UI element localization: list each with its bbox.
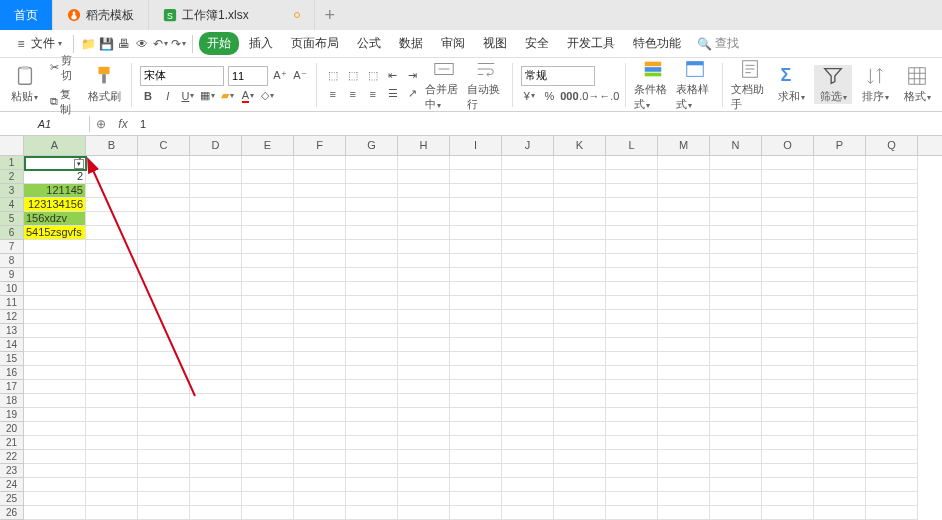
cell-L4[interactable] xyxy=(606,198,658,212)
tab-workbook[interactable]: S 工作簿1.xlsx xyxy=(149,0,315,30)
cell-D23[interactable] xyxy=(190,464,242,478)
cell-Q19[interactable] xyxy=(866,408,918,422)
cell-L9[interactable] xyxy=(606,268,658,282)
cell-D5[interactable] xyxy=(190,212,242,226)
cell-M12[interactable] xyxy=(658,310,710,324)
cell-J4[interactable] xyxy=(502,198,554,212)
cell-K7[interactable] xyxy=(554,240,606,254)
cell-L24[interactable] xyxy=(606,478,658,492)
cell-B21[interactable] xyxy=(86,436,138,450)
cell-G1[interactable] xyxy=(346,156,398,170)
cell-J26[interactable] xyxy=(502,506,554,520)
cell-L7[interactable] xyxy=(606,240,658,254)
cell-D12[interactable] xyxy=(190,310,242,324)
cell-P16[interactable] xyxy=(814,366,866,380)
cell-H11[interactable] xyxy=(398,296,450,310)
cell-A8[interactable] xyxy=(24,254,86,268)
cell-Q8[interactable] xyxy=(866,254,918,268)
cell-A15[interactable] xyxy=(24,352,86,366)
tab-template[interactable]: 稻壳模板 xyxy=(53,0,149,30)
cell-F20[interactable] xyxy=(294,422,346,436)
cell-Q21[interactable] xyxy=(866,436,918,450)
cell-F15[interactable] xyxy=(294,352,346,366)
menu-page-layout[interactable]: 页面布局 xyxy=(283,32,347,55)
cell-M21[interactable] xyxy=(658,436,710,450)
cell-I17[interactable] xyxy=(450,380,502,394)
cell-D14[interactable] xyxy=(190,338,242,352)
cell-Q25[interactable] xyxy=(866,492,918,506)
cell-J21[interactable] xyxy=(502,436,554,450)
cell-I7[interactable] xyxy=(450,240,502,254)
cell-L13[interactable] xyxy=(606,324,658,338)
sum-button[interactable]: Σ 求和▾ xyxy=(773,65,811,104)
cell-P20[interactable] xyxy=(814,422,866,436)
undo-icon[interactable]: ↶▾ xyxy=(152,36,168,52)
cell-C13[interactable] xyxy=(138,324,190,338)
cell-M18[interactable] xyxy=(658,394,710,408)
cell-M6[interactable] xyxy=(658,226,710,240)
cell-M3[interactable] xyxy=(658,184,710,198)
cell-E11[interactable] xyxy=(242,296,294,310)
col-header-E[interactable]: E xyxy=(242,136,294,155)
cell-J5[interactable] xyxy=(502,212,554,226)
cell-Q12[interactable] xyxy=(866,310,918,324)
col-header-H[interactable]: H xyxy=(398,136,450,155)
row-header-6[interactable]: 6 xyxy=(0,226,23,240)
cell-J24[interactable] xyxy=(502,478,554,492)
cell-N26[interactable] xyxy=(710,506,762,520)
cell-E21[interactable] xyxy=(242,436,294,450)
fill-color-icon[interactable]: ▰▾ xyxy=(220,88,236,104)
row-header-24[interactable]: 24 xyxy=(0,478,23,492)
col-header-J[interactable]: J xyxy=(502,136,554,155)
orientation-icon[interactable]: ↗ xyxy=(405,86,421,102)
cell-O24[interactable] xyxy=(762,478,814,492)
formula-input[interactable]: 1 xyxy=(134,118,152,130)
fx-button[interactable]: fx xyxy=(112,117,134,131)
cell-K23[interactable] xyxy=(554,464,606,478)
cell-J17[interactable] xyxy=(502,380,554,394)
col-header-M[interactable]: M xyxy=(658,136,710,155)
percent-icon[interactable]: % xyxy=(541,88,557,104)
cell-A5[interactable]: 156xdzv xyxy=(24,212,86,226)
cell-F21[interactable] xyxy=(294,436,346,450)
cell-O17[interactable] xyxy=(762,380,814,394)
cell-M16[interactable] xyxy=(658,366,710,380)
cell-E25[interactable] xyxy=(242,492,294,506)
cell-F25[interactable] xyxy=(294,492,346,506)
row-header-15[interactable]: 15 xyxy=(0,352,23,366)
cell-M24[interactable] xyxy=(658,478,710,492)
cell-M19[interactable] xyxy=(658,408,710,422)
cell-J3[interactable] xyxy=(502,184,554,198)
row-header-4[interactable]: 4 xyxy=(0,198,23,212)
cell-O15[interactable] xyxy=(762,352,814,366)
cell-O11[interactable] xyxy=(762,296,814,310)
cell-L15[interactable] xyxy=(606,352,658,366)
name-box[interactable]: A1 xyxy=(0,116,90,132)
cell-A1[interactable]: 1 xyxy=(24,156,86,170)
cell-A4[interactable]: 123134156 xyxy=(24,198,86,212)
cell-Q5[interactable] xyxy=(866,212,918,226)
cell-H22[interactable] xyxy=(398,450,450,464)
cell-O2[interactable] xyxy=(762,170,814,184)
cell-Q9[interactable] xyxy=(866,268,918,282)
cell-I15[interactable] xyxy=(450,352,502,366)
cell-A24[interactable] xyxy=(24,478,86,492)
cell-F24[interactable] xyxy=(294,478,346,492)
cell-F17[interactable] xyxy=(294,380,346,394)
cell-O10[interactable] xyxy=(762,282,814,296)
cell-E23[interactable] xyxy=(242,464,294,478)
cell-K10[interactable] xyxy=(554,282,606,296)
filter-button[interactable]: 筛选▾ xyxy=(814,65,852,104)
cell-G24[interactable] xyxy=(346,478,398,492)
cell-A7[interactable] xyxy=(24,240,86,254)
cell-J23[interactable] xyxy=(502,464,554,478)
cell-H13[interactable] xyxy=(398,324,450,338)
cell-O19[interactable] xyxy=(762,408,814,422)
merge-center-button[interactable]: 合并居中▾ xyxy=(425,58,463,112)
cell-B22[interactable] xyxy=(86,450,138,464)
cell-F18[interactable] xyxy=(294,394,346,408)
cell-E9[interactable] xyxy=(242,268,294,282)
cell-N1[interactable] xyxy=(710,156,762,170)
col-header-F[interactable]: F xyxy=(294,136,346,155)
tab-home[interactable]: 首页 xyxy=(0,0,53,30)
